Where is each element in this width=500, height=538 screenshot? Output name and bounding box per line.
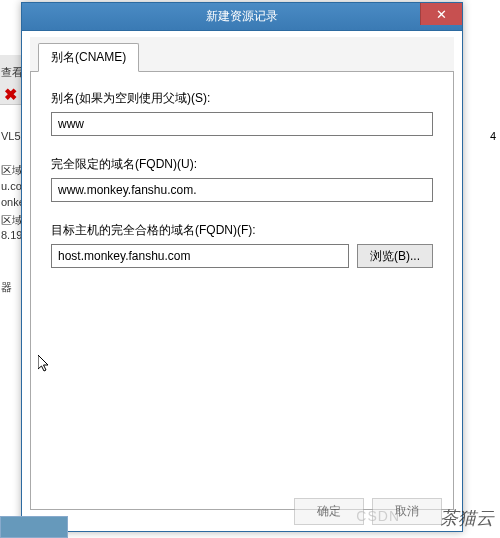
dialog-content: 别名(如果为空则使用父域)(S): 完全限定的域名(FQDN)(U): 目标主机… (30, 72, 454, 510)
tab-cname[interactable]: 别名(CNAME) (38, 43, 139, 72)
bg-text: 8.19 (1, 229, 21, 241)
cancel-label: 取消 (395, 504, 419, 518)
taskbar-thumbnail[interactable] (0, 516, 68, 538)
bg-text: VL5I (1, 130, 21, 142)
tab-label: 别名(CNAME) (51, 50, 126, 64)
cancel-button[interactable]: 取消 (372, 498, 442, 525)
fqdn-field-group: 完全限定的域名(FQDN)(U): (51, 156, 433, 202)
target-input[interactable] (51, 244, 349, 268)
browse-button[interactable]: 浏览(B)... (357, 244, 433, 268)
error-icon: ✖ (4, 85, 18, 99)
target-field-group: 目标主机的完全合格的域名(FQDN)(F): 浏览(B)... (51, 222, 433, 268)
browse-label: 浏览(B)... (370, 249, 420, 263)
bg-text: 器 (1, 280, 21, 295)
alias-input[interactable] (51, 112, 433, 136)
close-icon: ✕ (436, 7, 447, 22)
dialog-title: 新建资源记录 (206, 8, 278, 25)
bg-text: 区域 (1, 213, 21, 228)
ok-button[interactable]: 确定 (294, 498, 364, 525)
fqdn-label: 完全限定的域名(FQDN)(U): (51, 156, 433, 173)
ok-label: 确定 (317, 504, 341, 518)
close-button[interactable]: ✕ (420, 3, 462, 25)
bg-text: u.co (1, 180, 21, 192)
bg-text: 区域 (1, 163, 21, 178)
target-label: 目标主机的完全合格的域名(FQDN)(F): (51, 222, 433, 239)
bg-text: 4 (490, 130, 496, 142)
alias-field-group: 别名(如果为空则使用父域)(S): (51, 90, 433, 136)
fqdn-input[interactable] (51, 178, 433, 202)
dialog-titlebar[interactable]: 新建资源记录 ✕ (22, 3, 462, 31)
new-resource-record-dialog: 新建资源记录 ✕ 别名(CNAME) 别名(如果为空则使用父域)(S): 完全限… (21, 2, 463, 532)
dialog-footer: 确定 取消 (294, 498, 442, 525)
bg-text: 查看 (1, 65, 21, 80)
tab-strip: 别名(CNAME) (30, 37, 454, 72)
alias-label: 别名(如果为空则使用父域)(S): (51, 90, 433, 107)
bg-text: onke (1, 196, 21, 208)
target-row: 浏览(B)... (51, 244, 433, 268)
